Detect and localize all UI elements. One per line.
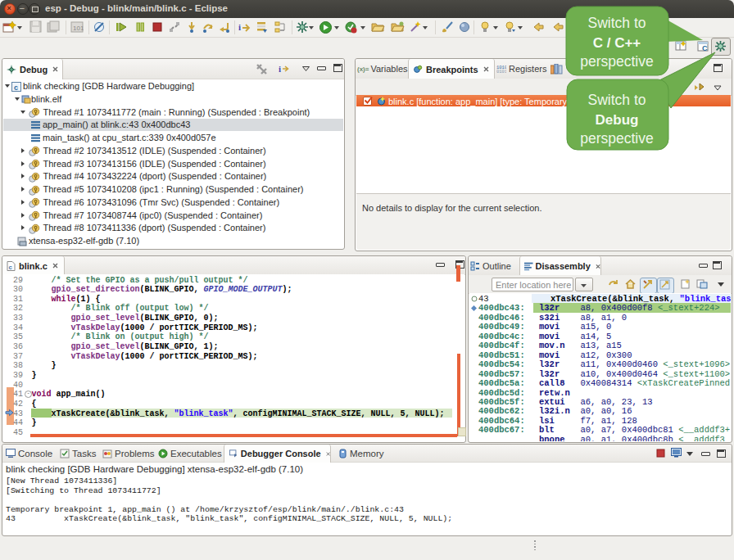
- svg-text:Switch to: Switch to: [588, 92, 646, 108]
- svg-text:Debug: Debug: [596, 112, 639, 128]
- svg-text:perspective: perspective: [580, 53, 654, 70]
- svg-text:C / C++: C / C++: [593, 35, 641, 51]
- svg-text:Switch to: Switch to: [588, 15, 646, 31]
- svg-text:c: c: [9, 263, 13, 270]
- svg-text:perspective: perspective: [580, 130, 654, 147]
